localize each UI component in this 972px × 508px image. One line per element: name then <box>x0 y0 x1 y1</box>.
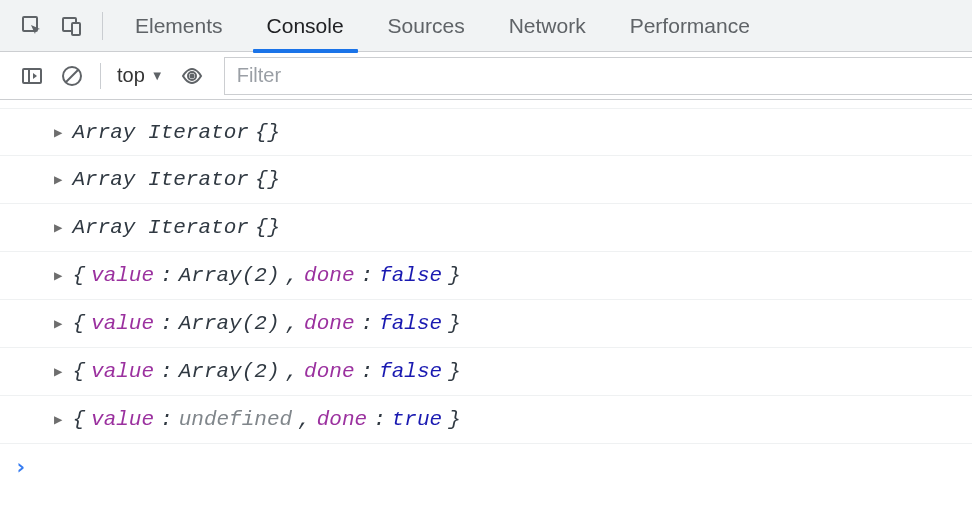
svg-rect-2 <box>72 23 80 35</box>
tab-performance[interactable]: Performance <box>608 0 772 52</box>
toggle-sidebar-icon[interactable] <box>12 52 52 100</box>
console-log-row[interactable]: ▶{value: Array(2), done: false} <box>0 300 972 348</box>
expand-triangle-icon[interactable]: ▶ <box>54 171 62 188</box>
dropdown-triangle-icon: ▼ <box>151 68 164 83</box>
log-prop-name: value <box>91 264 154 287</box>
log-braces: {} <box>255 121 280 144</box>
log-prop-name: done <box>317 408 367 431</box>
log-prop-value: Array(2) <box>179 360 280 383</box>
expand-triangle-icon[interactable]: ▶ <box>54 267 62 284</box>
log-prop-name: value <box>91 360 154 383</box>
expand-triangle-icon[interactable]: ▶ <box>54 315 62 332</box>
log-braces: {} <box>255 216 280 239</box>
expand-triangle-icon[interactable]: ▶ <box>54 124 62 141</box>
divider <box>102 12 103 40</box>
console-log-row[interactable]: ▶Array Iterator {} <box>0 108 972 156</box>
log-class-name: Array Iterator <box>72 168 248 191</box>
console-toolbar: top ▼ <box>0 52 972 100</box>
expand-triangle-icon[interactable]: ▶ <box>54 411 62 428</box>
log-prop-value: true <box>392 408 442 431</box>
log-prop-value: false <box>379 312 442 335</box>
svg-line-6 <box>66 70 78 82</box>
execution-context-label: top <box>117 64 145 87</box>
log-prop-name: done <box>304 360 354 383</box>
divider <box>100 63 101 89</box>
live-expression-icon[interactable] <box>172 52 212 100</box>
console-log-row[interactable]: ▶{value: undefined, done: true} <box>0 396 972 444</box>
log-prop-name: value <box>91 312 154 335</box>
log-braces: {} <box>255 168 280 191</box>
log-class-name: Array Iterator <box>72 121 248 144</box>
log-class-name: Array Iterator <box>72 216 248 239</box>
log-prop-value: Array(2) <box>179 264 280 287</box>
console-log-row[interactable]: ▶Array Iterator {} <box>0 204 972 252</box>
filter-input[interactable] <box>224 57 972 95</box>
console-prompt[interactable]: › <box>0 444 972 488</box>
console-log-row[interactable]: ▶{value: Array(2), done: false} <box>0 348 972 396</box>
svg-rect-3 <box>23 69 41 83</box>
log-prop-name: done <box>304 312 354 335</box>
clear-console-icon[interactable] <box>52 52 92 100</box>
svg-point-7 <box>189 73 194 78</box>
log-prop-value: undefined <box>179 408 292 431</box>
inspect-element-icon[interactable] <box>12 0 52 52</box>
tab-console[interactable]: Console <box>245 0 366 52</box>
expand-triangle-icon[interactable]: ▶ <box>54 363 62 380</box>
log-prop-value: false <box>379 264 442 287</box>
log-prop-name: value <box>91 408 154 431</box>
tab-network[interactable]: Network <box>487 0 608 52</box>
console-log-row[interactable]: ▶{value: Array(2), done: false} <box>0 252 972 300</box>
tab-elements[interactable]: Elements <box>113 0 245 52</box>
console-log-row[interactable]: ▶Array Iterator {} <box>0 156 972 204</box>
devtools-tab-bar: Elements Console Sources Network Perform… <box>0 0 972 52</box>
log-prop-value: Array(2) <box>179 312 280 335</box>
console-output: ▶Array Iterator {}▶Array Iterator {}▶Arr… <box>0 108 972 444</box>
log-prop-value: false <box>379 360 442 383</box>
log-prop-name: done <box>304 264 354 287</box>
tab-sources[interactable]: Sources <box>366 0 487 52</box>
expand-triangle-icon[interactable]: ▶ <box>54 219 62 236</box>
device-toggle-icon[interactable] <box>52 0 92 52</box>
execution-context-selector[interactable]: top ▼ <box>109 64 172 87</box>
prompt-caret-icon: › <box>14 454 27 479</box>
